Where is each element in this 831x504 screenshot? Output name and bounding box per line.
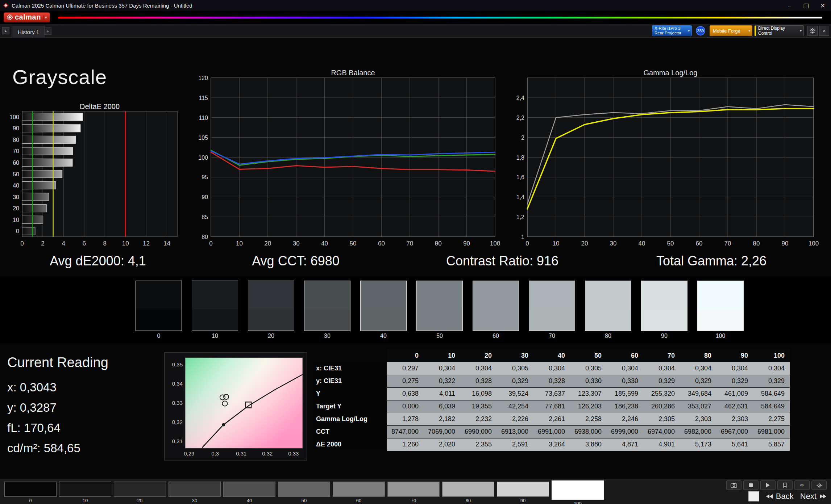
patch-30[interactable]: 30: [169, 482, 221, 503]
patch-0[interactable]: 0: [4, 482, 57, 503]
patch-60[interactable]: 60: [333, 482, 385, 503]
swatch-target-60: [473, 310, 519, 331]
close-button[interactable]: ×: [814, 0, 831, 11]
patch-50[interactable]: 50: [278, 482, 330, 503]
maximize-button[interactable]: □: [798, 0, 814, 11]
grayscale-swatch-80: 80: [585, 281, 631, 339]
patch-label-50: 50: [302, 498, 307, 503]
table-cell: 0,329: [716, 375, 753, 387]
patch-label-80: 80: [466, 498, 471, 503]
add-tab-button[interactable]: +: [44, 28, 51, 35]
tab-history-1[interactable]: History 1: [12, 26, 45, 38]
svg-text:2,2: 2,2: [516, 115, 524, 121]
deltae-bar-60: [22, 159, 72, 166]
swatch-label-60: 60: [493, 333, 499, 339]
swatch-target-80: [585, 310, 631, 331]
patch-40[interactable]: 40: [223, 482, 275, 503]
deltae-bar-chart: 024681012141009080706050403020100: [4, 109, 185, 250]
chevron-down-icon: ▾: [798, 29, 803, 33]
svg-text:20: 20: [581, 240, 588, 247]
table-cell: 6938,000: [570, 425, 607, 438]
svg-text:95: 95: [201, 174, 208, 180]
swatch-label-10: 10: [212, 333, 218, 339]
swatch-actual-60: [473, 281, 519, 310]
settings-button[interactable]: [807, 26, 818, 36]
swatch-actual-30: [304, 281, 350, 310]
table-cell: 2,305: [643, 413, 680, 425]
swatch-label-90: 90: [661, 333, 668, 339]
table-cell: 0,304: [716, 362, 753, 375]
table-cell: 2,258: [570, 413, 607, 425]
swatch-label-70: 70: [549, 333, 555, 339]
patch-10[interactable]: 10: [59, 482, 111, 503]
swatch-label-30: 30: [324, 333, 331, 339]
table-col-header-100: 100: [753, 349, 790, 362]
table-cell: 8747,000: [387, 425, 424, 438]
table-col-header-40: 40: [533, 349, 570, 362]
swatch-target-20: [248, 310, 294, 331]
deltae-bar-20: [22, 205, 46, 212]
continuous-measure-button[interactable]: ∞: [794, 480, 810, 490]
patch-box-20: [114, 482, 166, 497]
patch-box-80: [442, 482, 494, 497]
svg-text:40: 40: [321, 240, 328, 247]
svg-text:0,31: 0,31: [236, 450, 246, 457]
calman-app-window: Calman 2025 Calman Ultimate for Business…: [0, 0, 831, 504]
next-label: Next: [800, 492, 817, 501]
patch-100[interactable]: 100: [552, 482, 604, 504]
table-cell: 6,039: [424, 400, 460, 413]
minimize-button[interactable]: –: [781, 0, 798, 11]
patch-preview-button[interactable]: [748, 491, 759, 501]
reading-line-3: cd/m²: 584,65: [7, 438, 80, 458]
patch-20[interactable]: 20: [114, 482, 166, 503]
camera-icon: [731, 483, 737, 488]
page-title: Grayscale: [12, 65, 107, 89]
patch-70[interactable]: 70: [387, 482, 440, 503]
patch-80[interactable]: 80: [442, 482, 494, 503]
options-button[interactable]: [811, 480, 827, 490]
patch-box-100: [552, 480, 604, 500]
snapshot-button[interactable]: [726, 480, 741, 490]
back-button[interactable]: Back: [766, 492, 794, 501]
svg-text:60: 60: [378, 240, 385, 247]
patch-box-90: [497, 482, 549, 497]
calman-wordmark: calman: [15, 13, 41, 21]
close-panel-button[interactable]: ×: [819, 26, 829, 36]
svg-text:1: 1: [521, 234, 524, 240]
rainbow-divider: [58, 17, 822, 18]
meter-selector-dropdown[interactable]: X-Rite i1Pro 3 Rear Projector ▾: [652, 25, 692, 36]
play-button[interactable]: [760, 480, 776, 490]
svg-text:0: 0: [20, 240, 24, 247]
swatch-actual-10: [192, 281, 238, 310]
source-selector-dropdown[interactable]: Mobile Forge ▾: [710, 25, 752, 36]
deltae-bar-100: [22, 113, 83, 121]
stop-button[interactable]: [743, 480, 759, 490]
table-cell: 0,304: [424, 362, 460, 375]
svg-text:2: 2: [41, 240, 44, 247]
table-row-label: Gamma Log/Log: [312, 413, 387, 425]
expand-sidebar-button[interactable]: ▸: [2, 27, 9, 34]
table-cell: 0,275: [387, 375, 424, 387]
svg-text:0,35: 0,35: [172, 361, 183, 368]
gear-icon: [817, 483, 822, 488]
patch-90[interactable]: 90: [497, 482, 549, 503]
svg-text:85: 85: [201, 214, 208, 220]
table-cell: 2,182: [424, 413, 460, 425]
meter-status-badge[interactable]: 359: [696, 26, 705, 35]
table-cell: 7069,000: [424, 425, 460, 438]
patch-label-20: 20: [137, 498, 142, 503]
swatch-label-0: 0: [157, 333, 161, 339]
app-icon: [3, 3, 9, 8]
table-cell: 0,304: [533, 362, 570, 375]
gear-icon: [810, 28, 815, 34]
swatch-label-100: 100: [716, 333, 726, 339]
calman-menu-button[interactable]: calman ▾: [4, 12, 50, 22]
table-cell: 2,303: [680, 413, 716, 425]
table-cell: 19,355: [460, 400, 497, 413]
table-cell: 461,009: [716, 387, 753, 400]
bookmark-button[interactable]: [777, 480, 793, 490]
display-control-dropdown[interactable]: Direct Display Control ▾: [755, 25, 804, 36]
next-button[interactable]: Next: [800, 492, 827, 501]
table-cell: 6913,000: [497, 425, 533, 438]
summary-stat-3: Total Gamma: 2,26: [628, 253, 795, 269]
